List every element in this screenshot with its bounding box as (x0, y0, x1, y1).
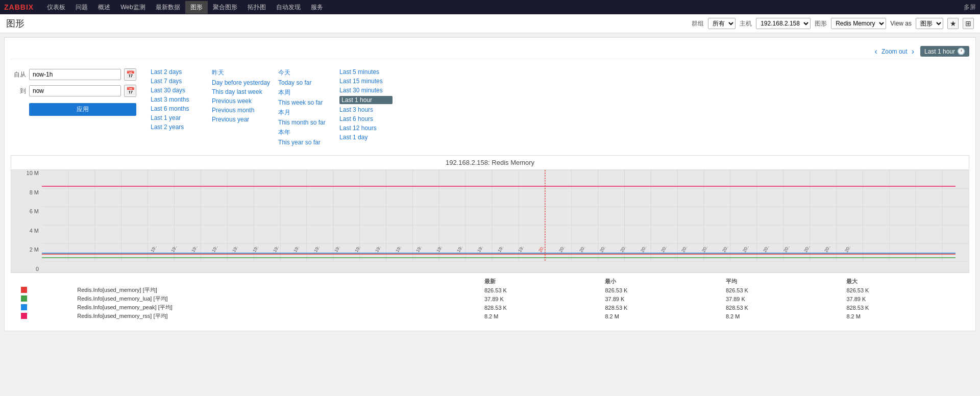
clock-icon: 🕐 (957, 47, 965, 55)
svg-text:20:00: 20:00 (537, 246, 548, 253)
nav-services[interactable]: 服务 (306, 1, 328, 14)
link-previous-year[interactable]: Previous year (212, 116, 270, 123)
link-previous-month[interactable]: Previous month (212, 107, 270, 114)
link-last-12-hours[interactable]: Last 12 hours (339, 125, 393, 132)
main-content: ‹ Zoom out › Last 1 hour 🕐 自从 📅 到 📅 (4, 37, 976, 331)
view-as-select[interactable]: 图形 (916, 18, 943, 29)
legend-latest-3: 8.2 M (480, 312, 601, 320)
link-last-7-days[interactable]: Last 7 days (151, 78, 204, 85)
link-this-month[interactable]: 本月 (278, 108, 331, 117)
nav-screens[interactable]: 聚合图形 (208, 1, 242, 14)
link-last-30-days[interactable]: Last 30 days (151, 87, 204, 94)
link-last-1-day[interactable]: Last 1 day (339, 134, 393, 141)
nav-maps[interactable]: 拓扑图 (242, 1, 271, 14)
legend-min-0: 826.53 K (601, 286, 722, 294)
legend-max-1: 37.89 K (842, 294, 963, 303)
nav-graphs[interactable]: 图形 (185, 1, 208, 14)
link-this-year[interactable]: 本年 (278, 128, 331, 137)
link-today-so-far[interactable]: Today so far (278, 79, 331, 86)
nav-discovery[interactable]: 自动发现 (271, 1, 306, 14)
svg-text:19:56: 19:56 (497, 246, 507, 253)
zoom-out-btn[interactable]: Zoom out (881, 48, 908, 55)
to-label: 到 (11, 87, 26, 95)
zoom-next-arrow[interactable]: › (910, 47, 916, 56)
multiscreen-label: 多屏 (964, 4, 976, 11)
svg-text:19:30: 19:30 (231, 246, 241, 253)
legend-header-latest: 最新 (480, 277, 601, 286)
svg-text:19:58: 19:58 (517, 246, 527, 253)
favorite-icon[interactable]: ★ (947, 18, 959, 29)
to-input[interactable] (29, 85, 121, 96)
link-last-3-hours[interactable]: Last 3 hours (339, 106, 393, 113)
link-this-week[interactable]: 本周 (278, 88, 331, 97)
link-this-month-so-far[interactable]: This month so far (278, 119, 331, 126)
from-calendar-btn[interactable]: 📅 (124, 68, 136, 81)
nav-web[interactable]: Web监测 (115, 1, 150, 14)
apply-button[interactable]: 应用 (29, 103, 136, 116)
from-input[interactable] (29, 69, 121, 80)
svg-text:20:02: 20:02 (558, 246, 568, 253)
quick-links: Last 2 days Last 7 days Last 30 days Las… (146, 68, 397, 146)
svg-text:19:52: 19:52 (456, 246, 466, 253)
link-last-2-days[interactable]: Last 2 days (151, 68, 204, 76)
legend-latest-0: 826.53 K (480, 286, 601, 294)
link-day-before-yesterday[interactable]: Day before yesterday (212, 79, 270, 86)
date-picker: 自从 📅 到 📅 应用 (11, 68, 136, 122)
host-select[interactable]: 192.168.2.158 (756, 18, 811, 29)
time-controls: ‹ Zoom out › Last 1 hour 🕐 (11, 44, 969, 59)
page-header: 图形 群组 所有 主机 192.168.2.158 图形 Redis Memor… (0, 14, 980, 33)
legend-latest-1: 37.89 K (480, 294, 601, 303)
logo: ZABBIX (4, 3, 34, 11)
nav-overview[interactable]: 概述 (93, 1, 115, 14)
svg-text:19:22: 19:22 (150, 246, 160, 253)
to-calendar-btn[interactable]: 📅 (124, 85, 136, 97)
link-last-1-hour[interactable]: Last 1 hour (339, 96, 393, 104)
date-from-row: 自从 📅 (11, 68, 136, 81)
chart-container: 192.168.2.158: Redis Memory 10 M 8 M 6 M… (11, 155, 969, 273)
svg-text:19:24: 19:24 (170, 246, 180, 253)
link-last-3-months[interactable]: Last 3 months (151, 96, 204, 103)
link-this-week-so-far[interactable]: This week so far (278, 99, 331, 106)
link-last-30-min[interactable]: Last 30 minutes (339, 87, 393, 94)
svg-text:20:08: 20:08 (619, 246, 629, 253)
link-last-1-year[interactable]: Last 1 year (151, 114, 204, 121)
link-last-6-hours[interactable]: Last 6 hours (339, 115, 393, 122)
group-label: 群组 (692, 19, 704, 28)
svg-text:20:16: 20:16 (701, 246, 711, 253)
nav-latest[interactable]: 最新数据 (151, 1, 185, 14)
link-this-year-so-far[interactable]: This year so far (278, 139, 331, 146)
legend-color-3 (21, 313, 27, 319)
svg-text:20:24: 20:24 (782, 246, 793, 253)
fullscreen-icon[interactable]: ⊞ (963, 18, 974, 29)
last-hour-badge: Last 1 hour 🕐 (920, 46, 969, 57)
svg-text:19:44: 19:44 (374, 246, 384, 253)
group-select[interactable]: 所有 (708, 18, 736, 29)
link-last-2-years[interactable]: Last 2 years (151, 123, 204, 131)
legend-name-1: Redis.Info[used_memory_lua] [平均] (73, 294, 480, 303)
y-label-6m: 6 M (30, 208, 39, 214)
quick-col-4: Last 5 minutes Last 15 minutes Last 30 m… (335, 68, 397, 146)
link-previous-week[interactable]: Previous week (212, 97, 270, 105)
nav-dashboard[interactable]: 仪表板 (42, 1, 70, 14)
svg-text:20:06: 20:06 (599, 246, 609, 253)
link-this-day-last-week[interactable]: This day last week (212, 88, 270, 95)
legend-avg-0: 826.53 K (722, 286, 843, 294)
legend-table: 最新 最小 平均 最大 Redis.Info[used_memory] [平均]… (17, 277, 963, 320)
from-label: 自从 (11, 70, 26, 79)
legend-min-2: 828.53 K (601, 303, 722, 312)
zoom-prev-arrow[interactable]: ‹ (873, 47, 879, 56)
legend-name-0: Redis.Info[used_memory] [平均] (73, 286, 480, 294)
graph-select[interactable]: Redis Memory (831, 18, 886, 29)
link-last-6-months[interactable]: Last 6 months (151, 105, 204, 112)
legend-min-1: 37.89 K (601, 294, 722, 303)
legend-color-0 (21, 287, 27, 293)
svg-text:20:14: 20:14 (680, 246, 691, 253)
y-label-10m: 10 M (27, 170, 39, 176)
chart-legend: 最新 最小 平均 最大 Redis.Info[used_memory] [平均]… (11, 273, 969, 325)
x-axis-labels: 19:22 19:24 19:26 19:28 19:30 19:32 19:3… (42, 246, 969, 272)
link-yesterday[interactable]: 昨天 (212, 68, 270, 77)
link-last-15-min[interactable]: Last 15 minutes (339, 78, 393, 85)
link-today[interactable]: 今天 (278, 68, 331, 77)
nav-problems[interactable]: 问题 (70, 1, 93, 14)
link-last-5-min[interactable]: Last 5 minutes (339, 68, 393, 76)
